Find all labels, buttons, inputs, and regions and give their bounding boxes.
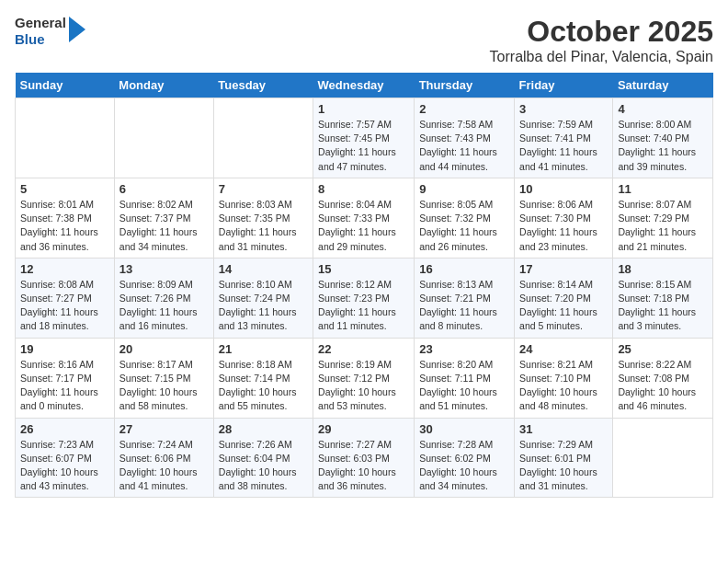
day-number: 15 (318, 262, 409, 276)
day-info: Sunrise: 8:14 AM Sunset: 7:20 PM Dayligh… (519, 278, 608, 334)
day-number: 3 (519, 102, 608, 116)
calendar-cell: 10Sunrise: 8:06 AM Sunset: 7:30 PM Dayli… (515, 178, 613, 258)
weekday-header-wednesday: Wednesday (313, 73, 415, 98)
day-number: 31 (519, 422, 608, 436)
day-number: 13 (119, 262, 209, 276)
calendar-subtitle: Torralba del Pinar, Valencia, Spain (490, 49, 713, 65)
weekday-header-thursday: Thursday (415, 73, 515, 98)
calendar-cell: 3Sunrise: 7:59 AM Sunset: 7:41 PM Daylig… (515, 98, 613, 178)
day-number: 29 (318, 422, 409, 436)
calendar-cell (213, 98, 313, 178)
day-number: 1 (318, 102, 409, 116)
day-info: Sunrise: 7:28 AM Sunset: 6:02 PM Dayligh… (419, 438, 509, 494)
day-info: Sunrise: 8:08 AM Sunset: 7:27 PM Dayligh… (20, 278, 109, 334)
day-info: Sunrise: 7:29 AM Sunset: 6:01 PM Dayligh… (519, 438, 608, 494)
day-info: Sunrise: 8:07 AM Sunset: 7:29 PM Dayligh… (618, 198, 708, 254)
calendar-cell: 29Sunrise: 7:27 AM Sunset: 6:03 PM Dayli… (313, 418, 415, 498)
day-info: Sunrise: 7:27 AM Sunset: 6:03 PM Dayligh… (318, 438, 409, 494)
day-info: Sunrise: 8:13 AM Sunset: 7:21 PM Dayligh… (419, 278, 509, 334)
calendar-cell: 4Sunrise: 8:00 AM Sunset: 7:40 PM Daylig… (613, 98, 713, 178)
calendar-cell: 14Sunrise: 8:10 AM Sunset: 7:24 PM Dayli… (213, 258, 313, 338)
day-number: 22 (318, 342, 409, 356)
day-info: Sunrise: 8:17 AM Sunset: 7:15 PM Dayligh… (119, 358, 209, 414)
calendar-cell: 6Sunrise: 8:02 AM Sunset: 7:37 PM Daylig… (114, 178, 213, 258)
day-number: 28 (219, 422, 308, 436)
calendar-cell: 12Sunrise: 8:08 AM Sunset: 7:27 PM Dayli… (16, 258, 115, 338)
page-header: General Blue October 2025 Torralba del P… (15, 15, 713, 65)
weekday-header-monday: Monday (114, 73, 213, 98)
day-number: 10 (519, 182, 608, 196)
day-info: Sunrise: 7:58 AM Sunset: 7:43 PM Dayligh… (419, 118, 509, 174)
calendar-cell (16, 98, 115, 178)
day-number: 17 (519, 262, 608, 276)
calendar-cell: 8Sunrise: 8:04 AM Sunset: 7:33 PM Daylig… (313, 178, 415, 258)
calendar-cell: 22Sunrise: 8:19 AM Sunset: 7:12 PM Dayli… (313, 338, 415, 418)
calendar-cell: 17Sunrise: 8:14 AM Sunset: 7:20 PM Dayli… (515, 258, 613, 338)
day-number: 23 (419, 342, 509, 356)
day-info: Sunrise: 8:12 AM Sunset: 7:23 PM Dayligh… (318, 278, 409, 334)
day-info: Sunrise: 8:22 AM Sunset: 7:08 PM Dayligh… (618, 358, 708, 414)
weekday-header-friday: Friday (515, 73, 613, 98)
day-number: 11 (618, 182, 708, 196)
day-number: 7 (219, 182, 308, 196)
title-block: October 2025 Torralba del Pinar, Valenci… (490, 15, 713, 65)
day-info: Sunrise: 8:19 AM Sunset: 7:12 PM Dayligh… (318, 358, 409, 414)
weekday-header-tuesday: Tuesday (213, 73, 313, 98)
day-number: 30 (419, 422, 509, 436)
weekday-header-saturday: Saturday (613, 73, 713, 98)
day-number: 19 (20, 342, 109, 356)
calendar-cell: 20Sunrise: 8:17 AM Sunset: 7:15 PM Dayli… (114, 338, 213, 418)
day-number: 24 (519, 342, 608, 356)
calendar-cell: 2Sunrise: 7:58 AM Sunset: 7:43 PM Daylig… (415, 98, 515, 178)
calendar-cell: 19Sunrise: 8:16 AM Sunset: 7:17 PM Dayli… (16, 338, 115, 418)
calendar-cell: 25Sunrise: 8:22 AM Sunset: 7:08 PM Dayli… (613, 338, 713, 418)
day-number: 2 (419, 102, 509, 116)
calendar-cell: 11Sunrise: 8:07 AM Sunset: 7:29 PM Dayli… (613, 178, 713, 258)
calendar-cell: 30Sunrise: 7:28 AM Sunset: 6:02 PM Dayli… (415, 418, 515, 498)
day-info: Sunrise: 7:23 AM Sunset: 6:07 PM Dayligh… (20, 438, 109, 494)
calendar-cell: 21Sunrise: 8:18 AM Sunset: 7:14 PM Dayli… (213, 338, 313, 418)
day-info: Sunrise: 7:24 AM Sunset: 6:06 PM Dayligh… (119, 438, 209, 494)
day-number: 27 (119, 422, 209, 436)
logo-text: General Blue (15, 15, 66, 48)
calendar-cell: 13Sunrise: 8:09 AM Sunset: 7:26 PM Dayli… (114, 258, 213, 338)
calendar-cell (114, 98, 213, 178)
day-number: 9 (419, 182, 509, 196)
calendar-cell: 5Sunrise: 8:01 AM Sunset: 7:38 PM Daylig… (16, 178, 115, 258)
day-number: 16 (419, 262, 509, 276)
calendar-cell: 1Sunrise: 7:57 AM Sunset: 7:45 PM Daylig… (313, 98, 415, 178)
day-number: 14 (219, 262, 308, 276)
day-number: 25 (618, 342, 708, 356)
day-info: Sunrise: 8:09 AM Sunset: 7:26 PM Dayligh… (119, 278, 209, 334)
calendar-cell: 31Sunrise: 7:29 AM Sunset: 6:01 PM Dayli… (515, 418, 613, 498)
calendar-cell: 23Sunrise: 8:20 AM Sunset: 7:11 PM Dayli… (415, 338, 515, 418)
calendar-cell: 27Sunrise: 7:24 AM Sunset: 6:06 PM Dayli… (114, 418, 213, 498)
calendar-cell: 15Sunrise: 8:12 AM Sunset: 7:23 PM Dayli… (313, 258, 415, 338)
calendar-title: October 2025 (490, 15, 713, 49)
calendar-cell: 24Sunrise: 8:21 AM Sunset: 7:10 PM Dayli… (515, 338, 613, 418)
day-number: 4 (618, 102, 708, 116)
day-info: Sunrise: 8:06 AM Sunset: 7:30 PM Dayligh… (519, 198, 608, 254)
day-number: 21 (219, 342, 308, 356)
logo-arrow-icon (69, 17, 85, 42)
day-info: Sunrise: 8:02 AM Sunset: 7:37 PM Dayligh… (119, 198, 209, 254)
calendar-cell: 18Sunrise: 8:15 AM Sunset: 7:18 PM Dayli… (613, 258, 713, 338)
day-info: Sunrise: 7:57 AM Sunset: 7:45 PM Dayligh… (318, 118, 409, 174)
calendar-cell: 26Sunrise: 7:23 AM Sunset: 6:07 PM Dayli… (16, 418, 115, 498)
day-info: Sunrise: 8:04 AM Sunset: 7:33 PM Dayligh… (318, 198, 409, 254)
day-info: Sunrise: 8:00 AM Sunset: 7:40 PM Dayligh… (618, 118, 708, 174)
day-number: 20 (119, 342, 209, 356)
day-info: Sunrise: 8:03 AM Sunset: 7:35 PM Dayligh… (219, 198, 308, 254)
calendar-cell: 28Sunrise: 7:26 AM Sunset: 6:04 PM Dayli… (213, 418, 313, 498)
weekday-header-sunday: Sunday (16, 73, 115, 98)
day-number: 18 (618, 262, 708, 276)
day-info: Sunrise: 8:05 AM Sunset: 7:32 PM Dayligh… (419, 198, 509, 254)
day-info: Sunrise: 8:10 AM Sunset: 7:24 PM Dayligh… (219, 278, 308, 334)
day-info: Sunrise: 8:18 AM Sunset: 7:14 PM Dayligh… (219, 358, 308, 414)
day-number: 5 (20, 182, 109, 196)
day-number: 12 (20, 262, 109, 276)
day-number: 6 (119, 182, 209, 196)
day-info: Sunrise: 7:59 AM Sunset: 7:41 PM Dayligh… (519, 118, 608, 174)
day-number: 8 (318, 182, 409, 196)
day-info: Sunrise: 8:20 AM Sunset: 7:11 PM Dayligh… (419, 358, 509, 414)
